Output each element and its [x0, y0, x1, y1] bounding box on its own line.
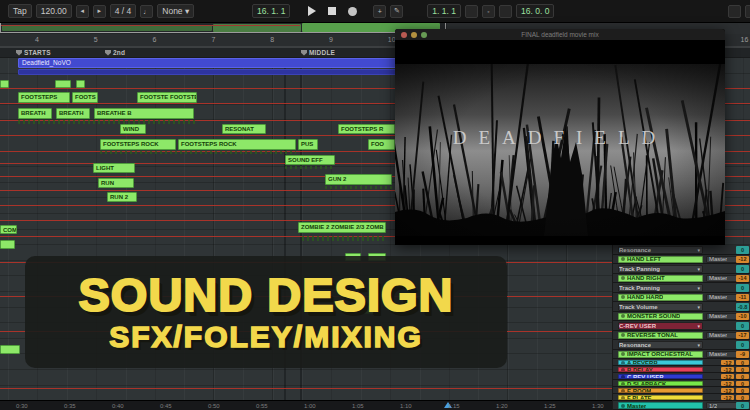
locator-marker[interactable]: STARTS	[16, 49, 51, 56]
midi-map-button[interactable]	[745, 5, 750, 18]
track-activator-icon[interactable]	[621, 295, 625, 299]
loop-button[interactable]: ◦	[482, 5, 495, 18]
pan-value-box[interactable]: 0	[736, 265, 749, 273]
audio-clip[interactable]: BREATH	[56, 108, 90, 119]
volume-value-box[interactable]: -11	[736, 294, 749, 302]
overdub-button[interactable]: +	[373, 5, 386, 18]
return-track-name[interactable]: F PLATE	[618, 395, 703, 400]
send-value-box[interactable]: -12	[721, 360, 734, 365]
send-value-box[interactable]: -12	[721, 395, 734, 400]
track-activator-icon[interactable]	[621, 368, 625, 372]
volume-value-box[interactable]: -14	[736, 275, 749, 283]
pan-value-box[interactable]: 0	[736, 341, 749, 349]
send-value-box[interactable]: -12	[721, 381, 734, 386]
audio-clip[interactable]: FOOTSTEPS R	[338, 124, 395, 134]
audio-clip[interactable]: FOO	[368, 139, 395, 150]
volume-value-box[interactable]: -12	[736, 256, 749, 264]
volume-value-box[interactable]: -10	[736, 313, 749, 321]
track-activator-icon[interactable]	[621, 404, 625, 408]
return-track-name[interactable]: B DELAY	[618, 367, 703, 372]
volume-value-box[interactable]: 0	[736, 402, 749, 409]
audio-clip[interactable]: BREATH	[18, 108, 52, 119]
track-activator-icon[interactable]	[621, 389, 625, 393]
track-name[interactable]: HAND HARD	[618, 294, 703, 302]
send-value-box[interactable]: 0	[736, 360, 749, 365]
audio-clip[interactable]	[0, 345, 20, 354]
audio-clip[interactable]: FOOTSTEPS ROCK	[178, 139, 296, 150]
play-button[interactable]	[308, 6, 316, 16]
audio-clip[interactable]: PUS	[298, 139, 318, 150]
send-value-box[interactable]: -12	[721, 388, 734, 393]
loop-length-field[interactable]: 16. 0. 0	[516, 4, 554, 18]
send-value-box[interactable]: 0	[736, 367, 749, 372]
audio-clip[interactable]: BREATHE B	[94, 108, 194, 119]
nudge-up-button[interactable]: ▸	[93, 5, 106, 18]
audio-clip[interactable]: FOOTSTEPS ROCK	[100, 139, 176, 150]
clip-ticks[interactable]	[18, 120, 198, 124]
audio-clip[interactable]: LIGHT	[93, 163, 135, 173]
volume-value-box[interactable]: -17	[736, 332, 749, 340]
automation-lane-chooser[interactable]: Track Panning▾	[618, 284, 703, 292]
automation-lane-chooser[interactable]: Track Panning▾	[618, 265, 703, 273]
clip-ticks[interactable]	[302, 236, 386, 241]
send-value-box[interactable]: 0	[736, 374, 749, 379]
audio-clip[interactable]: GUN 2	[325, 174, 392, 185]
volume-value-box[interactable]: -9	[736, 351, 749, 359]
audio-clip[interactable]: ZOMBIE 2 ZOMBIE 2/3 ZOMB	[298, 222, 386, 233]
track-name[interactable]: HAND LEFT	[618, 256, 703, 264]
pan-value-box[interactable]: 0	[736, 322, 749, 330]
audio-clip[interactable]: RESONAT	[222, 124, 266, 134]
audio-clip[interactable]: COMB	[0, 225, 17, 234]
video-window-titlebar[interactable]: FINAL deadfield movie mix	[395, 29, 725, 40]
track-activator-icon[interactable]	[621, 382, 625, 386]
automation-lane-chooser[interactable]: C-REV USER▾	[618, 322, 703, 330]
record-button[interactable]	[348, 7, 357, 16]
send-value-box[interactable]: 0	[736, 388, 749, 393]
audio-clip[interactable]: FOOTS	[72, 92, 98, 103]
track-name[interactable]: REVERSE TONAL	[618, 332, 703, 340]
locator-marker[interactable]: MIDDLE	[301, 49, 335, 56]
pan-value-box[interactable]: 0	[736, 246, 749, 254]
pan-value-box[interactable]: -0.8	[736, 303, 749, 311]
audio-clip[interactable]	[55, 80, 71, 88]
audio-clip[interactable]	[18, 69, 446, 75]
send-value-box[interactable]: 0	[736, 395, 749, 400]
audio-clip[interactable]: RUN 2	[107, 192, 137, 202]
return-track-name[interactable]: C REV USER	[618, 374, 703, 379]
clip-ticks[interactable]	[285, 166, 335, 169]
send-value-box[interactable]: 0	[736, 381, 749, 386]
audio-clip[interactable]	[0, 80, 9, 88]
metronome-button[interactable]: ♩	[140, 5, 153, 18]
tempo-field[interactable]: 120.00	[36, 4, 72, 18]
quantize-menu[interactable]: None ▾	[157, 4, 194, 18]
locator-marker[interactable]: 2nd	[105, 49, 125, 56]
tap-tempo-button[interactable]: Tap	[8, 4, 32, 18]
return-track-name[interactable]: D SLAPBACK	[618, 381, 703, 386]
audio-clip[interactable]: FOOTSTE FOOTSTE	[137, 92, 197, 103]
audio-clip[interactable]	[76, 80, 85, 88]
punch-in-button[interactable]	[465, 5, 478, 18]
video-window[interactable]: FINAL deadfield movie mix	[395, 29, 725, 245]
track-name[interactable]: IMPACT ORCHESTRAL	[618, 351, 703, 359]
draw-mode-button[interactable]: ✎	[390, 5, 403, 18]
send-value-box[interactable]: -12	[721, 374, 734, 379]
key-map-button[interactable]	[728, 5, 741, 18]
automation-lane-chooser[interactable]: Resonance▾	[618, 341, 703, 349]
track-activator-icon[interactable]	[621, 375, 625, 379]
track-name[interactable]: HAND RIGHT	[618, 275, 703, 283]
track-activator-icon[interactable]	[621, 352, 625, 356]
audio-clip[interactable]: RUN	[98, 178, 134, 188]
nudge-down-button[interactable]: ◂	[76, 5, 89, 18]
track-name[interactable]: Master	[618, 402, 703, 409]
audio-clip[interactable]: WIND	[120, 124, 146, 134]
arrangement-position-display[interactable]: 16. 1. 1	[252, 4, 290, 18]
overview-viewport[interactable]	[0, 22, 446, 33]
audio-clip[interactable]: FOOTSTEPS	[18, 92, 70, 103]
audio-clip[interactable]: Deadfield_NoVO	[18, 58, 446, 68]
track-activator-icon[interactable]	[621, 276, 625, 280]
return-track-name[interactable]: E ROOM	[618, 388, 703, 393]
time-ruler-bottom[interactable]: 0:300:350:400:450:500:551:001:051:101:15…	[0, 400, 612, 410]
track-activator-icon[interactable]	[621, 361, 625, 365]
clip-ticks[interactable]	[325, 186, 392, 189]
track-activator-icon[interactable]	[621, 396, 625, 400]
